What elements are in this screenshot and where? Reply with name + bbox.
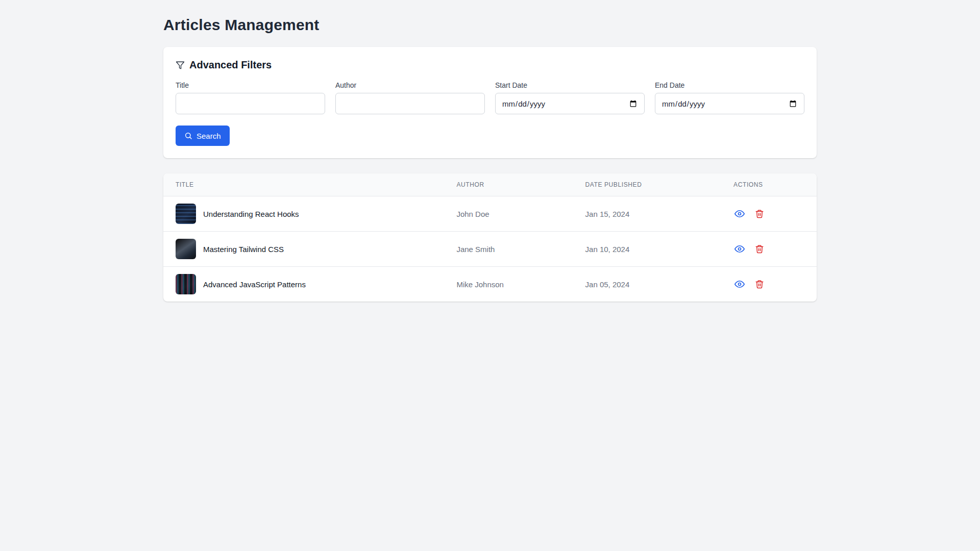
article-thumbnail [176, 239, 196, 259]
search-icon [184, 132, 192, 140]
article-date: Jan 15, 2024 [573, 196, 722, 232]
start-date-input[interactable] [495, 93, 645, 114]
end-date-label: End Date [655, 81, 804, 89]
title-filter-label: Title [176, 81, 325, 89]
view-button[interactable] [733, 208, 746, 220]
articles-table: TITLE AUTHOR DATE PUBLISHED ACTIONS Unde… [163, 173, 817, 302]
trash-icon [755, 244, 764, 254]
header-title: TITLE [163, 173, 444, 196]
title-filter-field: Title [176, 81, 325, 114]
end-date-input[interactable] [655, 93, 804, 114]
eye-icon [734, 279, 745, 289]
header-date-published: DATE PUBLISHED [573, 173, 722, 196]
article-actions-cell [721, 232, 817, 267]
view-button[interactable] [733, 278, 746, 290]
delete-button[interactable] [754, 208, 765, 219]
author-filter-label: Author [335, 81, 485, 89]
table-row: Advanced JavaScript Patterns Mike Johnso… [163, 267, 817, 302]
filters-card: Advanced Filters Title Author Start Date… [163, 47, 817, 158]
filters-grid: Title Author Start Date End Date [176, 81, 804, 114]
article-author: John Doe [444, 196, 573, 232]
title-filter-input[interactable] [176, 93, 325, 114]
delete-button[interactable] [754, 243, 765, 255]
search-button[interactable]: Search [176, 126, 230, 146]
header-actions: ACTIONS [721, 173, 817, 196]
article-date: Jan 10, 2024 [573, 232, 722, 267]
articles-table-card: TITLE AUTHOR DATE PUBLISHED ACTIONS Unde… [163, 173, 817, 302]
article-title-cell: Advanced JavaScript Patterns [163, 267, 444, 302]
article-actions-cell [721, 267, 817, 302]
delete-button[interactable] [754, 279, 765, 290]
main-container: Articles Management Advanced Filters Tit… [163, 16, 817, 302]
trash-icon [755, 209, 764, 218]
article-thumbnail [176, 204, 196, 224]
author-filter-field: Author [335, 81, 485, 114]
search-button-label: Search [197, 132, 221, 140]
article-title-cell: Mastering Tailwind CSS [163, 232, 444, 266]
article-date: Jan 05, 2024 [573, 267, 722, 302]
author-filter-input[interactable] [335, 93, 485, 114]
article-title: Understanding React Hooks [203, 210, 299, 218]
article-author: Mike Johnson [444, 267, 573, 302]
filters-header: Advanced Filters [176, 59, 804, 71]
eye-icon [734, 244, 745, 254]
table-row: Mastering Tailwind CSS Jane Smith Jan 10… [163, 232, 817, 267]
table-header-row: TITLE AUTHOR DATE PUBLISHED ACTIONS [163, 173, 817, 196]
article-thumbnail [176, 274, 196, 294]
article-author: Jane Smith [444, 232, 573, 267]
header-author: AUTHOR [444, 173, 573, 196]
article-title: Advanced JavaScript Patterns [203, 280, 306, 289]
trash-icon [755, 280, 764, 289]
table-row: Understanding React Hooks John Doe Jan 1… [163, 196, 817, 232]
page-title: Articles Management [163, 16, 817, 34]
article-title: Mastering Tailwind CSS [203, 245, 284, 254]
article-title-cell: Understanding React Hooks [163, 196, 444, 231]
filter-icon [176, 61, 185, 70]
article-actions-cell [721, 196, 817, 232]
view-button[interactable] [733, 243, 746, 255]
end-date-field: End Date [655, 81, 804, 114]
start-date-label: Start Date [495, 81, 645, 89]
filters-title: Advanced Filters [189, 59, 272, 71]
start-date-field: Start Date [495, 81, 645, 114]
eye-icon [734, 209, 745, 219]
